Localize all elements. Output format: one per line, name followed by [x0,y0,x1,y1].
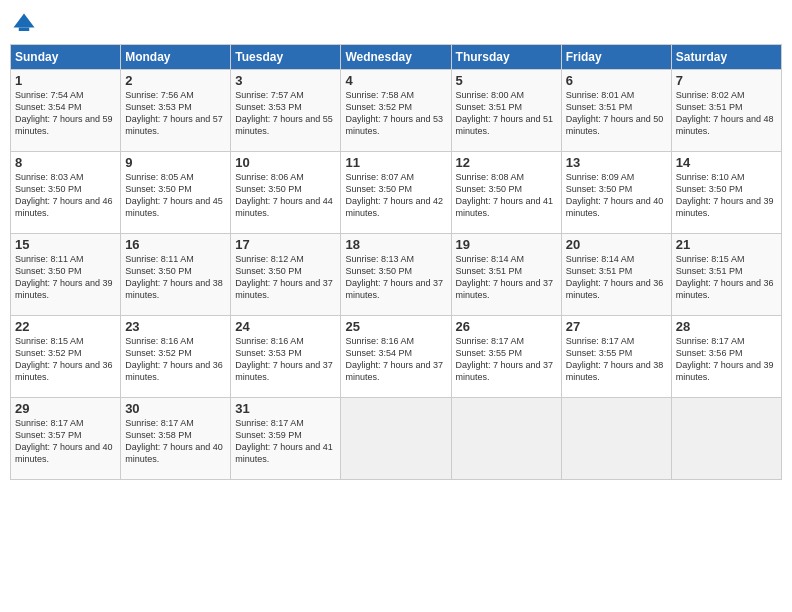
day-info: Sunrise: 8:06 AMSunset: 3:50 PMDaylight:… [235,171,336,220]
calendar-body: 1 Sunrise: 7:54 AMSunset: 3:54 PMDayligh… [11,70,782,480]
day-info: Sunrise: 8:17 AMSunset: 3:55 PMDaylight:… [456,335,557,384]
logo [10,10,40,38]
day-info: Sunrise: 8:00 AMSunset: 3:51 PMDaylight:… [456,89,557,138]
day-info: Sunrise: 8:13 AMSunset: 3:50 PMDaylight:… [345,253,446,302]
day-number: 28 [676,319,777,334]
day-info: Sunrise: 8:17 AMSunset: 3:58 PMDaylight:… [125,417,226,466]
day-info: Sunrise: 8:05 AMSunset: 3:50 PMDaylight:… [125,171,226,220]
calendar-cell: 10 Sunrise: 8:06 AMSunset: 3:50 PMDaylig… [231,152,341,234]
day-number: 3 [235,73,336,88]
day-number: 21 [676,237,777,252]
calendar-week-row: 29 Sunrise: 8:17 AMSunset: 3:57 PMDaylig… [11,398,782,480]
day-header-friday: Friday [561,45,671,70]
day-header-sunday: Sunday [11,45,121,70]
calendar-cell [451,398,561,480]
day-info: Sunrise: 8:10 AMSunset: 3:50 PMDaylight:… [676,171,777,220]
day-header-thursday: Thursday [451,45,561,70]
day-number: 13 [566,155,667,170]
day-number: 19 [456,237,557,252]
calendar-cell: 24 Sunrise: 8:16 AMSunset: 3:53 PMDaylig… [231,316,341,398]
day-number: 31 [235,401,336,416]
calendar-cell: 20 Sunrise: 8:14 AMSunset: 3:51 PMDaylig… [561,234,671,316]
day-number: 26 [456,319,557,334]
calendar-cell: 12 Sunrise: 8:08 AMSunset: 3:50 PMDaylig… [451,152,561,234]
day-number: 22 [15,319,116,334]
calendar-cell: 2 Sunrise: 7:56 AMSunset: 3:53 PMDayligh… [121,70,231,152]
day-info: Sunrise: 7:56 AMSunset: 3:53 PMDaylight:… [125,89,226,138]
day-info: Sunrise: 8:01 AMSunset: 3:51 PMDaylight:… [566,89,667,138]
day-number: 17 [235,237,336,252]
day-info: Sunrise: 7:57 AMSunset: 3:53 PMDaylight:… [235,89,336,138]
calendar-cell: 4 Sunrise: 7:58 AMSunset: 3:52 PMDayligh… [341,70,451,152]
calendar-cell: 5 Sunrise: 8:00 AMSunset: 3:51 PMDayligh… [451,70,561,152]
logo-icon [10,10,38,38]
day-number: 9 [125,155,226,170]
calendar-header-row: SundayMondayTuesdayWednesdayThursdayFrid… [11,45,782,70]
day-info: Sunrise: 8:07 AMSunset: 3:50 PMDaylight:… [345,171,446,220]
calendar-week-row: 22 Sunrise: 8:15 AMSunset: 3:52 PMDaylig… [11,316,782,398]
calendar-cell [671,398,781,480]
day-number: 2 [125,73,226,88]
day-number: 14 [676,155,777,170]
calendar-cell: 11 Sunrise: 8:07 AMSunset: 3:50 PMDaylig… [341,152,451,234]
day-number: 11 [345,155,446,170]
day-number: 10 [235,155,336,170]
calendar-cell: 23 Sunrise: 8:16 AMSunset: 3:52 PMDaylig… [121,316,231,398]
calendar-week-row: 8 Sunrise: 8:03 AMSunset: 3:50 PMDayligh… [11,152,782,234]
day-info: Sunrise: 8:17 AMSunset: 3:59 PMDaylight:… [235,417,336,466]
calendar-cell: 31 Sunrise: 8:17 AMSunset: 3:59 PMDaylig… [231,398,341,480]
day-info: Sunrise: 8:08 AMSunset: 3:50 PMDaylight:… [456,171,557,220]
day-number: 30 [125,401,226,416]
svg-rect-1 [19,28,30,32]
day-info: Sunrise: 7:54 AMSunset: 3:54 PMDaylight:… [15,89,116,138]
day-number: 25 [345,319,446,334]
day-info: Sunrise: 8:17 AMSunset: 3:55 PMDaylight:… [566,335,667,384]
day-info: Sunrise: 8:11 AMSunset: 3:50 PMDaylight:… [125,253,226,302]
day-header-monday: Monday [121,45,231,70]
calendar-cell: 21 Sunrise: 8:15 AMSunset: 3:51 PMDaylig… [671,234,781,316]
calendar-cell: 15 Sunrise: 8:11 AMSunset: 3:50 PMDaylig… [11,234,121,316]
day-info: Sunrise: 8:11 AMSunset: 3:50 PMDaylight:… [15,253,116,302]
day-number: 5 [456,73,557,88]
day-info: Sunrise: 8:09 AMSunset: 3:50 PMDaylight:… [566,171,667,220]
day-number: 6 [566,73,667,88]
day-info: Sunrise: 8:12 AMSunset: 3:50 PMDaylight:… [235,253,336,302]
day-number: 18 [345,237,446,252]
day-info: Sunrise: 8:15 AMSunset: 3:51 PMDaylight:… [676,253,777,302]
calendar-cell: 16 Sunrise: 8:11 AMSunset: 3:50 PMDaylig… [121,234,231,316]
day-number: 7 [676,73,777,88]
calendar-cell: 28 Sunrise: 8:17 AMSunset: 3:56 PMDaylig… [671,316,781,398]
calendar-cell [341,398,451,480]
day-number: 8 [15,155,116,170]
day-info: Sunrise: 8:16 AMSunset: 3:54 PMDaylight:… [345,335,446,384]
day-number: 1 [15,73,116,88]
day-info: Sunrise: 7:58 AMSunset: 3:52 PMDaylight:… [345,89,446,138]
calendar-cell: 9 Sunrise: 8:05 AMSunset: 3:50 PMDayligh… [121,152,231,234]
calendar-cell: 7 Sunrise: 8:02 AMSunset: 3:51 PMDayligh… [671,70,781,152]
day-number: 12 [456,155,557,170]
day-info: Sunrise: 8:17 AMSunset: 3:57 PMDaylight:… [15,417,116,466]
calendar-week-row: 1 Sunrise: 7:54 AMSunset: 3:54 PMDayligh… [11,70,782,152]
day-info: Sunrise: 8:14 AMSunset: 3:51 PMDaylight:… [456,253,557,302]
day-number: 20 [566,237,667,252]
calendar-cell: 1 Sunrise: 7:54 AMSunset: 3:54 PMDayligh… [11,70,121,152]
day-header-saturday: Saturday [671,45,781,70]
day-info: Sunrise: 8:03 AMSunset: 3:50 PMDaylight:… [15,171,116,220]
day-number: 4 [345,73,446,88]
day-info: Sunrise: 8:16 AMSunset: 3:53 PMDaylight:… [235,335,336,384]
day-number: 23 [125,319,226,334]
calendar-cell: 30 Sunrise: 8:17 AMSunset: 3:58 PMDaylig… [121,398,231,480]
calendar-cell: 18 Sunrise: 8:13 AMSunset: 3:50 PMDaylig… [341,234,451,316]
day-info: Sunrise: 8:16 AMSunset: 3:52 PMDaylight:… [125,335,226,384]
calendar-cell: 8 Sunrise: 8:03 AMSunset: 3:50 PMDayligh… [11,152,121,234]
calendar-cell: 19 Sunrise: 8:14 AMSunset: 3:51 PMDaylig… [451,234,561,316]
calendar-cell: 3 Sunrise: 7:57 AMSunset: 3:53 PMDayligh… [231,70,341,152]
calendar-cell: 29 Sunrise: 8:17 AMSunset: 3:57 PMDaylig… [11,398,121,480]
calendar-table: SundayMondayTuesdayWednesdayThursdayFrid… [10,44,782,480]
day-header-wednesday: Wednesday [341,45,451,70]
day-number: 27 [566,319,667,334]
day-info: Sunrise: 8:02 AMSunset: 3:51 PMDaylight:… [676,89,777,138]
calendar-cell: 25 Sunrise: 8:16 AMSunset: 3:54 PMDaylig… [341,316,451,398]
calendar-cell: 22 Sunrise: 8:15 AMSunset: 3:52 PMDaylig… [11,316,121,398]
calendar-cell: 26 Sunrise: 8:17 AMSunset: 3:55 PMDaylig… [451,316,561,398]
